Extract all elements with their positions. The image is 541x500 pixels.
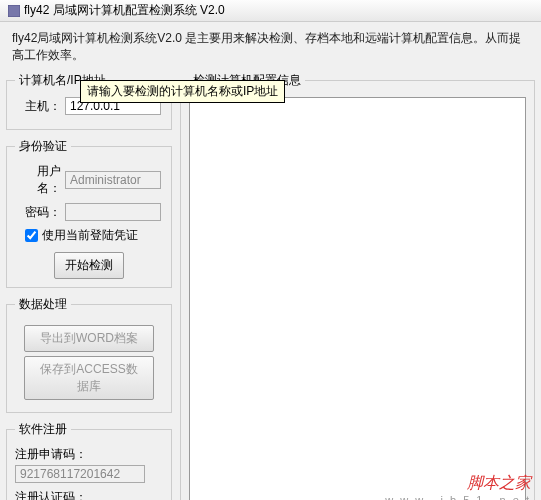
result-group: 检测计算机配置信息 xyxy=(180,72,535,500)
window-title: fly42 局域网计算机配置检测系统 V2.0 xyxy=(24,2,225,19)
verify-code-label: 注册认证码： xyxy=(15,489,163,500)
username-input xyxy=(65,171,161,189)
pass-label: 密码： xyxy=(15,204,61,221)
use-current-label: 使用当前登陆凭证 xyxy=(42,227,138,244)
host-tooltip: 请输入要检测的计算机名称或IP地址 xyxy=(80,80,285,103)
host-label: 主机： xyxy=(15,98,61,115)
user-label: 用户名： xyxy=(15,163,61,197)
start-detect-button[interactable]: 开始检测 xyxy=(54,252,124,279)
titlebar: fly42 局域网计算机配置检测系统 V2.0 xyxy=(0,0,541,22)
intro-text: fly42局域网计算机检测系统V2.0 是主要用来解决检测、存档本地和远端计算机… xyxy=(0,22,541,72)
register-group: 软件注册 注册申请码： 注册认证码： 此软件是试用版软件，可以使用5次。 注册 … xyxy=(6,421,172,500)
watermark-text: 脚本之家 xyxy=(467,473,531,494)
watermark-url: w w w . j b 5 1 . n e t xyxy=(385,494,531,500)
apply-code-input xyxy=(15,465,145,483)
password-input xyxy=(65,203,161,221)
auth-group: 身份验证 用户名： 密码： 使用当前登陆凭证 开始检测 xyxy=(6,138,172,288)
export-word-button: 导出到WORD档案 xyxy=(24,325,154,352)
app-icon xyxy=(8,5,20,17)
use-current-checkbox[interactable] xyxy=(25,229,38,242)
data-proc-legend: 数据处理 xyxy=(15,296,71,313)
svg-rect-0 xyxy=(8,5,20,17)
auth-legend: 身份验证 xyxy=(15,138,71,155)
result-textarea[interactable] xyxy=(189,97,526,500)
apply-code-label: 注册申请码： xyxy=(15,446,163,463)
register-legend: 软件注册 xyxy=(15,421,71,438)
save-access-button: 保存到ACCESS数据库 xyxy=(24,356,154,400)
data-proc-group: 数据处理 导出到WORD档案 保存到ACCESS数据库 xyxy=(6,296,172,413)
